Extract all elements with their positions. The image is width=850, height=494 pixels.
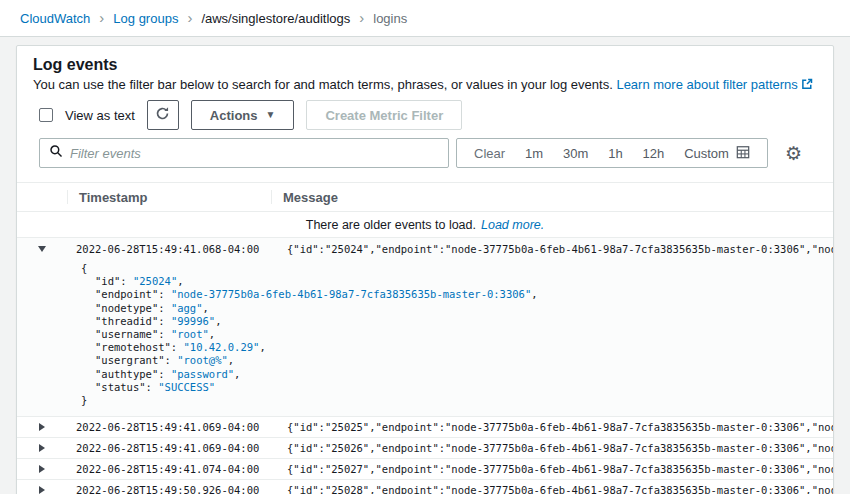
event-timestamp: 2022-06-28T15:49:41.068-04:00	[67, 243, 271, 255]
table-row-expanded[interactable]: 2022-06-28T15:49:41.068-04:00 {"id":"250…	[17, 238, 833, 260]
json-line: "threadid": "99996",	[81, 315, 821, 328]
older-events-text: There are older events to load.	[306, 218, 476, 232]
view-as-text-label: View as text	[65, 108, 135, 123]
event-timestamp: 2022-06-28T15:49:41.069-04:00	[67, 421, 271, 433]
json-line: "endpoint": "node-37775b0a-6feb-4b61-98a…	[81, 288, 821, 301]
filter-events-searchbox	[39, 138, 449, 168]
breadcrumb-chevron-icon: ›	[359, 10, 364, 27]
breadcrumb-current-page: logins	[373, 11, 407, 26]
json-line: "status": "SUCCESS"	[81, 381, 821, 394]
time-range-custom-label: Custom	[684, 146, 729, 161]
json-line: "usergrant": "root@%",	[81, 354, 821, 367]
event-message: {"id":"25027","endpoint":"node-37775b0a-…	[271, 463, 833, 475]
learn-more-link[interactable]: Learn more about filter patterns	[616, 77, 812, 92]
time-range-selector: Clear 1m 30m 1h 12h Custom	[456, 138, 768, 168]
message-column-header: Message	[271, 183, 833, 211]
json-line: }	[81, 394, 821, 407]
expand-arrow-icon[interactable]	[39, 423, 45, 431]
refresh-button[interactable]	[147, 100, 179, 130]
log-events-panel: Log events You can use the filter bar be…	[16, 45, 834, 494]
time-range-30m[interactable]: 30m	[563, 146, 588, 161]
time-range-1m[interactable]: 1m	[525, 146, 543, 161]
collapse-arrow-icon[interactable]	[38, 246, 46, 252]
external-link-icon	[801, 78, 813, 94]
expanded-event: 2022-06-28T15:49:41.068-04:00 {"id":"250…	[17, 238, 833, 417]
create-metric-filter-button[interactable]: Create Metric Filter	[306, 100, 462, 130]
gear-icon: ⚙	[785, 143, 802, 164]
breadcrumb-cloudwatch[interactable]: CloudWatch	[20, 11, 90, 26]
time-range-clear[interactable]: Clear	[474, 146, 505, 161]
json-line: {	[81, 262, 821, 275]
older-events-row: There are older events to load. Load mor…	[17, 212, 833, 238]
time-range-12h[interactable]: 12h	[643, 146, 665, 161]
expand-arrow-icon[interactable]	[39, 486, 45, 494]
breadcrumb: CloudWatch › Log groups › /aws/singlesto…	[0, 0, 850, 37]
json-line: "nodetype": "agg",	[81, 302, 821, 315]
event-message: {"id":"25026","endpoint":"node-37775b0a-…	[271, 442, 833, 454]
event-timestamp: 2022-06-28T15:49:41.074-04:00	[67, 463, 271, 475]
breadcrumb-log-group-name[interactable]: /aws/singlestore/auditlogs	[201, 11, 350, 26]
chevron-down-icon: ▼	[266, 110, 276, 120]
json-line: "remotehost": "10.42.0.29",	[81, 341, 821, 354]
event-timestamp: 2022-06-28T15:49:41.069-04:00	[67, 442, 271, 454]
calendar-icon	[736, 145, 750, 162]
filter-bar: Clear 1m 30m 1h 12h Custom ⚙	[17, 138, 833, 168]
timestamp-column-header: Timestamp	[67, 183, 271, 211]
table-row[interactable]: 2022-06-28T15:49:41.069-04:00 {"id":"250…	[17, 417, 833, 438]
toolbar: View as text Actions▼ Create Metric Filt…	[17, 100, 833, 130]
table-row[interactable]: 2022-06-28T15:49:41.074-04:00 {"id":"250…	[17, 459, 833, 480]
load-more-link[interactable]: Load more.	[481, 218, 544, 232]
actions-label: Actions	[210, 108, 258, 123]
event-rows: 2022-06-28T15:49:41.069-04:00 {"id":"250…	[17, 417, 833, 494]
view-as-text-checkbox[interactable]	[39, 108, 53, 122]
event-message: {"id":"25024","endpoint":"node-37775b0a-…	[271, 243, 833, 255]
log-events-table: Timestamp Message There are older events…	[17, 182, 833, 494]
table-header-row: Timestamp Message	[17, 183, 833, 212]
breadcrumb-log-groups[interactable]: Log groups	[113, 11, 178, 26]
description-text: You can use the filter bar below to sear…	[33, 77, 613, 92]
event-message: {"id":"25025","endpoint":"node-37775b0a-…	[271, 421, 833, 433]
table-row[interactable]: 2022-06-28T15:49:41.069-04:00 {"id":"250…	[17, 438, 833, 459]
preferences-button[interactable]: ⚙	[785, 144, 802, 163]
page-description: You can use the filter bar below to sear…	[33, 77, 817, 94]
breadcrumb-chevron-icon: ›	[99, 10, 104, 27]
expand-column-header	[17, 183, 67, 211]
expanded-event-json: {"id": "25024","endpoint": "node-37775b0…	[17, 260, 833, 416]
breadcrumb-chevron-icon: ›	[187, 10, 192, 27]
learn-more-label: Learn more about filter patterns	[616, 77, 797, 92]
time-range-1h[interactable]: 1h	[608, 146, 622, 161]
table-row[interactable]: 2022-06-28T15:49:50.926-04:00 {"id":"250…	[17, 480, 833, 494]
refresh-icon	[155, 106, 170, 124]
page-title: Log events	[33, 55, 817, 75]
time-range-custom[interactable]: Custom	[684, 145, 750, 162]
json-line: "id": "25024",	[81, 275, 821, 288]
expand-arrow-icon[interactable]	[39, 444, 45, 452]
event-timestamp: 2022-06-28T15:49:50.926-04:00	[67, 484, 271, 494]
actions-button[interactable]: Actions▼	[191, 100, 295, 130]
filter-events-input[interactable]	[70, 146, 439, 161]
search-icon	[49, 144, 63, 162]
json-line: "username": "root",	[81, 328, 821, 341]
event-message: {"id":"25028","endpoint":"node-37775b0a-…	[271, 484, 833, 494]
expand-arrow-icon[interactable]	[39, 465, 45, 473]
json-line: "authtype": "password",	[81, 368, 821, 381]
